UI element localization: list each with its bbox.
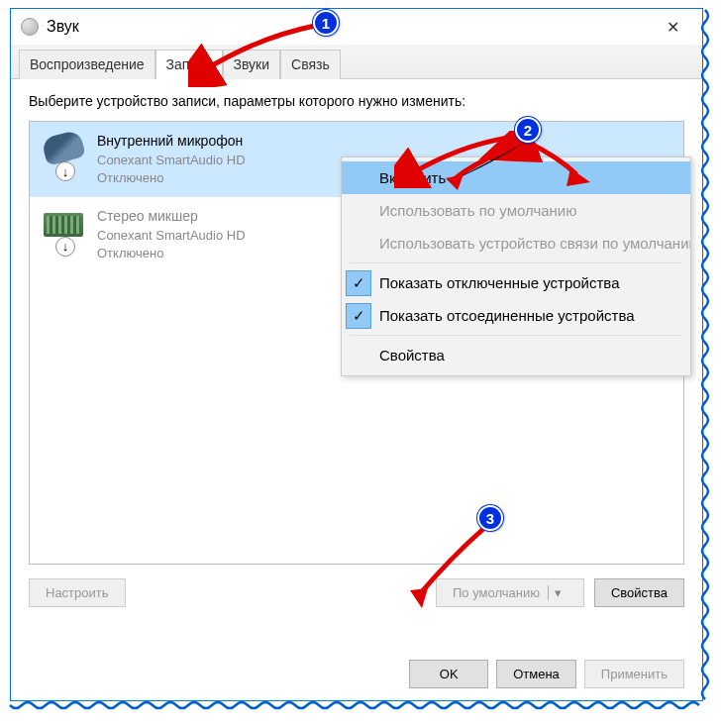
mixer-icon: ↓ xyxy=(42,207,85,251)
annotation-badge-2: 2 xyxy=(515,117,541,143)
device-name: Внутренний микрофон xyxy=(97,132,671,152)
configure-button[interactable]: Настроить xyxy=(29,578,126,607)
set-default-label: По умолчанию xyxy=(453,585,540,600)
cancel-button[interactable]: Отмена xyxy=(496,660,576,688)
check-icon: ✓ xyxy=(346,303,371,329)
menu-show-disconnected[interactable]: ✓ Показать отсоединенные устройства xyxy=(342,299,690,332)
ok-button[interactable]: OK xyxy=(409,660,488,688)
sound-icon xyxy=(21,18,39,36)
dialog-buttons: OK Отмена Применить xyxy=(391,648,702,700)
microphone-icon: ↓ xyxy=(42,132,85,175)
menu-properties[interactable]: Свойства xyxy=(342,339,690,371)
context-menu: Включить Использовать по умолчанию Испол… xyxy=(341,156,691,376)
tab-recording[interactable]: Запись xyxy=(155,50,223,79)
check-icon: ✓ xyxy=(346,270,371,296)
menu-separator xyxy=(350,335,682,336)
device-list-buttons: Настроить По умолчанию ▾ Свойства xyxy=(29,578,684,607)
titlebar: Звук ✕ xyxy=(11,9,702,45)
disabled-badge-icon: ↓ xyxy=(55,161,75,181)
tab-bar: Воспроизведение Запись Звуки Связь xyxy=(11,45,702,79)
window-title: Звук xyxy=(47,18,653,36)
disabled-badge-icon: ↓ xyxy=(55,237,75,257)
menu-label: Показать отсоединенные устройства xyxy=(379,307,635,324)
properties-button[interactable]: Свойства xyxy=(594,578,684,607)
menu-comm-default[interactable]: Использовать устройство связи по умолчан… xyxy=(342,227,690,260)
menu-separator xyxy=(350,262,682,263)
menu-show-disabled[interactable]: ✓ Показать отключенные устройства xyxy=(342,266,690,299)
tab-playback[interactable]: Воспроизведение xyxy=(19,50,155,79)
tab-communications[interactable]: Связь xyxy=(280,50,341,79)
tab-sounds[interactable]: Звуки xyxy=(223,50,281,79)
annotation-badge-3: 3 xyxy=(477,505,503,531)
close-button[interactable]: ✕ xyxy=(653,12,692,42)
apply-button[interactable]: Применить xyxy=(584,660,684,688)
menu-default[interactable]: Использовать по умолчанию xyxy=(342,194,690,227)
menu-label: Показать отключенные устройства xyxy=(379,274,620,291)
menu-enable[interactable]: Включить xyxy=(342,161,690,194)
chevron-down-icon: ▾ xyxy=(548,585,567,600)
instruction-text: Выберите устройство записи, параметры ко… xyxy=(29,93,684,109)
annotation-badge-1: 1 xyxy=(313,10,339,36)
set-default-button[interactable]: По умолчанию ▾ xyxy=(436,578,584,607)
